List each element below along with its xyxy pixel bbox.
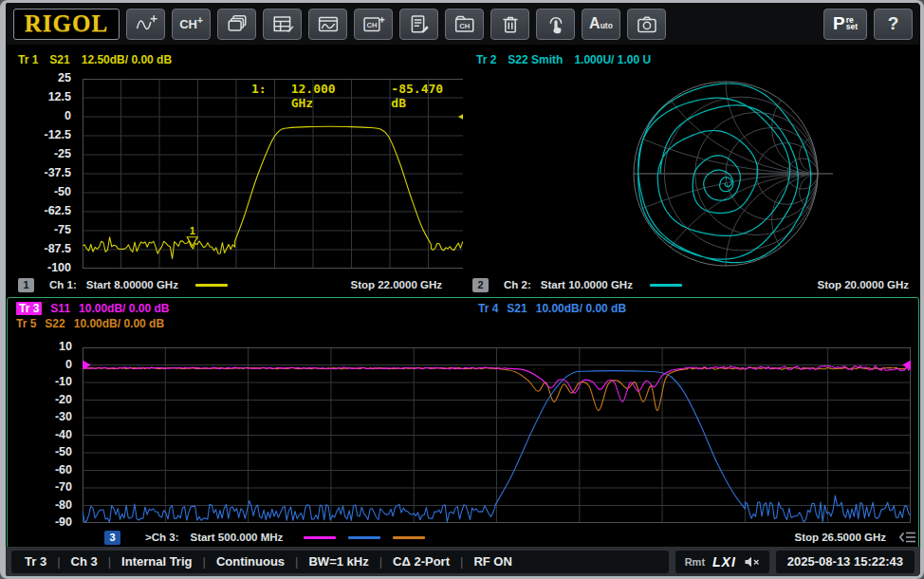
preset-label: P (833, 13, 845, 34)
ch3-badge[interactable]: 3 (104, 531, 120, 545)
trace5-meas: S22 (45, 317, 65, 330)
folder-ch-icon: CH (453, 14, 476, 34)
ch1-plot[interactable]: 1 (83, 79, 467, 269)
autoscale-button[interactable]: Auto (582, 9, 620, 40)
y-tick-label: -37.5 (45, 166, 72, 179)
y-tick-label: -40 (55, 428, 72, 441)
instrument-screen: RIGOL CH+CHCHAuto P reset ? Tr 1 S21 12.… (0, 0, 924, 579)
preset-button[interactable]: P reset (823, 9, 867, 40)
svg-text:1: 1 (190, 225, 195, 236)
connectivity-indicators[interactable]: Rmt LXI (675, 551, 769, 573)
touch-icon (545, 14, 567, 34)
trace5-label[interactable]: Tr 5 (16, 317, 36, 330)
y-tick-label: -25 (54, 147, 71, 160)
trace1-color-key (195, 284, 228, 287)
y-tick-label: -100 (47, 261, 71, 274)
y-tick-label: 0 (65, 358, 72, 371)
win-wave-icon (317, 14, 340, 34)
add-channel-button-label: CH+ (179, 15, 203, 31)
ch3-stop-value[interactable]: Stop 26.5000 GHz (794, 532, 886, 543)
trace3-header[interactable]: Tr 3 S11 10.00dB/ 0.00 dB (16, 302, 169, 315)
channel-window-button[interactable]: CH (354, 9, 393, 40)
ch1-stop-value[interactable]: Stop 22.0000 GHz (350, 279, 442, 290)
stack-icon (226, 14, 249, 34)
y-tick-label: -50 (55, 445, 72, 458)
status-items: Tr 3|Ch 3|Internal Trig|Continuous|BW=1 … (11, 551, 669, 573)
add-channel-button[interactable]: CH+ (172, 9, 211, 40)
status-separator: | (379, 554, 382, 569)
window-layout-button[interactable] (217, 9, 256, 40)
trace1-header[interactable]: Tr 1 S21 12.50dB/ 0.00 dB (18, 53, 172, 66)
toolbar: RIGOL CH+CHCHAuto P reset ? (6, 3, 920, 45)
status-item[interactable]: CΔ 2-Port (393, 554, 450, 569)
channel3-panel[interactable]: Tr 3 S11 10.00dB/ 0.00 dB Tr 4 S21 10.00… (7, 297, 919, 550)
status-item[interactable]: Internal Trig (121, 554, 192, 569)
status-separator: | (57, 554, 60, 569)
status-separator: | (108, 554, 111, 569)
datetime-display[interactable]: 2025-08-13 15:22:43 (776, 551, 915, 573)
y-tick-label: -30 (55, 410, 72, 423)
toolbar-buttons: CH+CHCHAuto (126, 9, 666, 40)
meas-setup-button[interactable] (263, 9, 302, 40)
trace5-color-key (393, 536, 425, 539)
help-button[interactable]: ? (874, 9, 913, 40)
ch1-start-value[interactable]: Start 8.00000 GHz (86, 279, 178, 290)
camera-icon (636, 14, 658, 34)
trace1-label[interactable]: Tr 1 (18, 53, 38, 66)
trace4-header[interactable]: Tr 4 S21 10.00dB/ 0.00 dB (478, 302, 626, 315)
trace5-header[interactable]: Tr 5 S22 10.00dB/ 0.00 dB (16, 317, 164, 330)
trace3-label[interactable]: Tr 3 (16, 302, 42, 315)
preset-sublabel: reset (846, 17, 858, 31)
status-separator: | (460, 554, 463, 569)
trace3-color-key (304, 536, 336, 539)
rigol-logo: RIGOL (13, 9, 120, 40)
remote-indicator: Rmt (685, 556, 705, 568)
trace4-label[interactable]: Tr 4 (478, 302, 498, 315)
trace3-scale: 10.00dB/ 0.00 dB (79, 302, 169, 315)
y-tick-label: -87.5 (45, 242, 72, 255)
status-item[interactable]: Tr 3 (25, 554, 46, 569)
save-setup-button[interactable] (399, 9, 438, 40)
channel1-panel[interactable]: Tr 1 S21 12.50dB/ 0.00 dB 1: 12.000 GHz … (9, 47, 463, 296)
status-separator: | (295, 554, 298, 569)
svg-text:CH: CH (366, 21, 377, 29)
status-item[interactable]: BW=1 kHz (308, 554, 368, 569)
y-tick-label: -60 (55, 463, 72, 476)
menu-collapse-icon[interactable] (899, 531, 916, 544)
trace5-scale: 10.00dB/ 0.00 dB (74, 317, 164, 330)
y-tick-label: 10 (59, 340, 72, 353)
touch-button[interactable] (536, 9, 575, 40)
y-tick-label: -62.5 (45, 204, 72, 217)
recall-channel-button[interactable]: CH (445, 9, 484, 40)
ch3-plot[interactable] (83, 347, 911, 523)
doc-edit-icon (408, 14, 431, 34)
ch3-y-axis: 100-10-20-30-40-50-60-70-80-90 (8, 347, 80, 523)
ch1-badge[interactable]: 1 (18, 278, 34, 292)
ch3-start-value[interactable]: Start 500.000 MHz (190, 532, 283, 543)
ch2-smith-chart[interactable] (463, 47, 920, 274)
trace1-scale: 12.50dB/ 0.00 dB (82, 53, 172, 66)
trace-window-button[interactable] (308, 9, 347, 40)
screenshot-button[interactable] (627, 9, 666, 40)
table-icon (271, 14, 294, 34)
y-tick-label: -90 (55, 515, 72, 529)
ch3-label[interactable]: >Ch 3: (145, 532, 178, 543)
lxi-indicator: LXI (712, 554, 736, 570)
new-trace-button[interactable] (126, 9, 165, 40)
ch2-stop-value[interactable]: Stop 20.0000 GHz (817, 279, 909, 290)
ch2-badge[interactable]: 2 (472, 278, 489, 292)
ch1-footer: 1 Ch 1: Start 8.00000 GHz Stop 22.0000 G… (9, 276, 463, 293)
mute-icon[interactable] (744, 555, 760, 569)
status-item[interactable]: RF ON (473, 554, 511, 569)
status-item[interactable]: Ch 3 (71, 554, 98, 569)
ch2-footer: 2 Ch 2: Start 10.0000 GHz Stop 20.0000 G… (463, 276, 920, 293)
y-tick-label: -10 (55, 375, 72, 388)
ch1-label[interactable]: Ch 1: (49, 279, 77, 290)
y-tick-label: 25 (58, 71, 71, 84)
status-item[interactable]: Continuous (216, 554, 285, 569)
ch2-label[interactable]: Ch 2: (504, 279, 531, 290)
y-tick-label: 0 (65, 109, 71, 122)
delete-button[interactable] (490, 9, 529, 40)
ch2-start-value[interactable]: Start 10.0000 GHz (541, 279, 633, 290)
channel2-panel[interactable]: Tr 2 S22 Smith 1.000U/ 1.00 U 2 Ch 2: St… (463, 47, 920, 296)
